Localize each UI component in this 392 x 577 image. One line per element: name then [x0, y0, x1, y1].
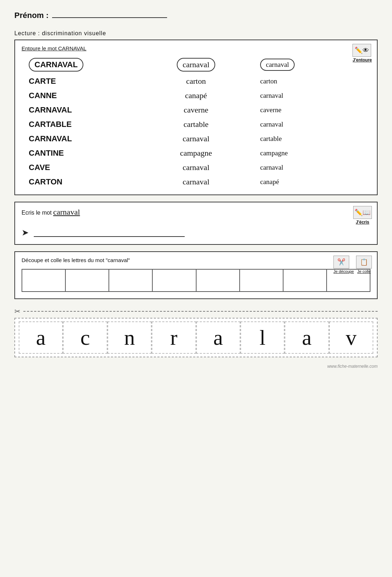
letter-box-5: [196, 269, 240, 292]
ecris-label: J'écris: [353, 220, 372, 225]
word-row2-col1: CARTE: [22, 75, 135, 87]
prenom-label: Prénom :: [14, 11, 49, 20]
letter-box-2: [65, 269, 109, 292]
word-row2-col3: carton: [257, 76, 370, 87]
section-ecris: Ecris le mot carnaval ✏️📖 J'écris ➤: [14, 202, 378, 245]
word-row6-col3: cartable: [257, 133, 370, 144]
word-row9-col1: CARTON: [22, 176, 135, 188]
word-row7-col1: CANTINE: [22, 147, 135, 159]
ecris-word: carnaval: [53, 207, 80, 216]
decoupe-label: Je découpe: [333, 269, 354, 274]
prenom-underline[interactable]: [52, 11, 167, 18]
words-grid: CARNAVAL carnaval carnaval CARTE carton …: [22, 56, 370, 188]
section-entoure: Entoure le mot CARNAVAL ✏️👁 J'entoure CA…: [14, 40, 378, 195]
cutout-letter-a3: a: [285, 321, 329, 354]
letter-box-3: [109, 269, 152, 292]
entoure-badge: ✏️👁 J'entoure: [352, 44, 372, 63]
cutout-letter-l: l: [240, 321, 285, 354]
cutout-letter-c: c: [63, 321, 107, 354]
word-row3-col2: canapé: [139, 90, 253, 102]
arrow-icon: ➤: [22, 228, 29, 238]
cutout-letter-a2: a: [196, 321, 240, 354]
entoure-icon: ✏️👁: [352, 44, 371, 57]
letter-boxes-grid: [22, 269, 370, 292]
entoure-label: J'entoure: [352, 58, 372, 63]
circled-carnaval-cursive: carnaval: [177, 58, 215, 72]
letter-box-1: [22, 269, 65, 292]
cut-line: ✂: [14, 307, 378, 316]
letter-box-4: [152, 269, 196, 292]
cutout-letters-grid: a c n r a l a v: [19, 321, 373, 354]
scissors-cut-icon: ✂: [14, 307, 20, 316]
footer: www.fiche-maternelle.com: [14, 364, 378, 369]
cutout-letter-v: v: [329, 321, 373, 354]
letter-box-7: [283, 269, 327, 292]
word-row9-col2: carnaval: [139, 176, 253, 188]
word-row2-col2: carton: [139, 75, 253, 87]
colle-icon-item: 📋 Je colle: [356, 256, 372, 274]
decoupe-icon-scissors: ✂️ Je découpe: [333, 256, 354, 274]
word-row6-col2: carnaval: [139, 133, 253, 145]
cutout-letter-n: n: [107, 321, 152, 354]
word-row3-col1: CANNE: [22, 90, 135, 102]
word-row7-col2: campagne: [139, 147, 253, 159]
dashed-cut-line: [23, 311, 378, 312]
word-row7-col3: campagne: [257, 148, 370, 159]
word-row3-col3: carnaval: [257, 90, 370, 101]
circled-carnaval-serif: carnaval: [260, 59, 295, 71]
cutout-letter-r: r: [152, 321, 196, 354]
word-row5-col3: carnaval: [257, 119, 370, 130]
word-row4-col2: caverne: [139, 104, 253, 116]
ecris-prefix: Ecris le mot: [22, 210, 53, 216]
section-title: Lecture : discrimination visuelle: [14, 30, 378, 37]
ecris-badge: ✏️📖 J'écris: [353, 206, 372, 225]
cutout-letter-a1: a: [19, 321, 63, 354]
prenom-section: Prénom :: [14, 11, 378, 20]
word-row4-col3: caverne: [257, 105, 370, 115]
decoupe-instruction: Découpe et colle les lettres du mot "car…: [22, 257, 370, 263]
word-row9-col3: canapé: [257, 177, 370, 187]
word-row6-col1: CARNAVAL: [22, 133, 135, 145]
colle-label: Je colle: [356, 269, 372, 274]
word-row1-col1: CARNAVAL: [22, 56, 135, 73]
write-line[interactable]: [34, 228, 185, 237]
circled-carnaval-bold: CARNAVAL: [29, 58, 83, 72]
word-row5-col2: cartable: [139, 118, 253, 130]
scissors-icon-box: ✂️: [333, 256, 349, 269]
cutout-section: a c n r a l a v: [14, 318, 378, 357]
letter-box-6: [240, 269, 283, 292]
ecris-icon: ✏️📖: [353, 206, 372, 219]
section-decoupe: Découpe et colle les lettres du mot "car…: [14, 251, 378, 299]
decoupe-icons: ✂️ Je découpe 📋 Je colle: [333, 256, 372, 274]
word-row1-col2: carnaval: [139, 56, 253, 73]
word-row4-col1: CARNAVAL: [22, 104, 135, 116]
ecris-line-row: ➤: [22, 228, 370, 238]
word-row8-col1: CAVE: [22, 161, 135, 174]
colle-icon-box: 📋: [356, 256, 372, 269]
word-row8-col2: carnaval: [139, 161, 253, 174]
entoure-instruction: Entoure le mot CARNAVAL: [22, 45, 370, 51]
word-row8-col3: carnaval: [257, 162, 370, 173]
ecris-instruction: Ecris le mot carnaval: [22, 207, 370, 217]
word-row5-col1: CARTABLE: [22, 118, 135, 130]
